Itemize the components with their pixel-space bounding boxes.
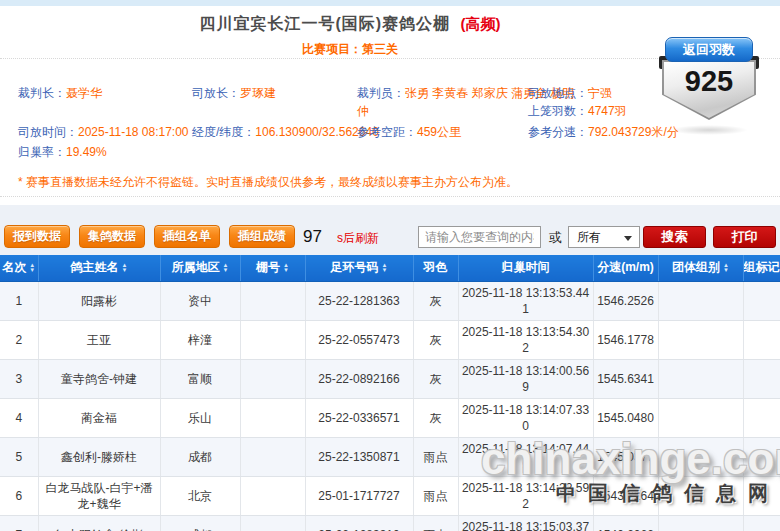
cell-group (658, 476, 743, 515)
column-header-color: 羽色 (413, 255, 458, 281)
cell-ring: 25-22-1283310 (305, 515, 413, 531)
lon-lat-field: 经度/纬度：106.130900/32.562640 (192, 124, 379, 141)
count-shield: 925 (662, 60, 756, 120)
column-header-ring[interactable]: 足环号码▲▼ (305, 255, 413, 281)
table-row: 1阳露彬资中25-22-1281363灰2025-11-18 13:13:53.… (0, 281, 780, 320)
sort-icon: ▲▼ (382, 263, 388, 273)
return-count-button[interactable]: 返回羽数 (665, 37, 753, 62)
cell-name: 蔺金福 (38, 398, 160, 437)
sort-icon: ▲▼ (723, 263, 729, 273)
cell-group (658, 281, 743, 320)
cell-ring: 25-22-0892166 (305, 359, 413, 398)
cell-mark (743, 437, 780, 476)
cell-speed: 1540.2062 (593, 515, 658, 531)
table-row: 4蔺金福乐山25-22-0336571灰2025-11-18 13:14:07.… (0, 398, 780, 437)
column-header-name[interactable]: 鸽主姓名▲▼ (38, 255, 160, 281)
cell-region: 富顺 (160, 359, 240, 398)
release-time-field: 司放时间：2025-11-18 08:17:00 (18, 124, 189, 141)
cell-mark (743, 320, 780, 359)
cell-shed (240, 437, 305, 476)
cell-mark (743, 398, 780, 437)
search-button[interactable]: 搜索 (643, 226, 706, 248)
cell-rank: 5 (0, 437, 38, 476)
cell-shed (240, 320, 305, 359)
race-stage-subtitle: 比赛项目：第三关 (0, 41, 700, 58)
column-header-region[interactable]: 所属地区▲▼ (160, 255, 240, 281)
cell-speed: 1545.0480 (593, 398, 658, 437)
cell-color: 灰 (413, 320, 458, 359)
column-header-mark[interactable]: 组标记▲▼ (743, 255, 780, 281)
toolbar-button-group-results[interactable]: 插组成绩 (229, 225, 295, 248)
cell-color: 雨点 (413, 476, 458, 515)
ref-speed-field: 参考分速：792.043729米/分 (528, 124, 679, 141)
column-header-speed: 分速(m/m) (593, 255, 658, 281)
cell-shed (240, 515, 305, 531)
print-button[interactable]: 打印 (713, 226, 776, 248)
cell-color: 灰 (413, 281, 458, 320)
cell-rank: 3 (0, 359, 38, 398)
return-count-widget: 925 返回羽数 (658, 37, 760, 137)
cell-ring: 25-22-0336571 (305, 398, 413, 437)
caged-count-field: 上笼羽数：4747羽 (528, 103, 627, 120)
cell-region: 乐山 (160, 398, 240, 437)
cell-rank: 4 (0, 398, 38, 437)
toolbar-button-collect-data[interactable]: 集鸽数据 (79, 225, 145, 248)
cell-mark (743, 476, 780, 515)
cell-region: 资中 (160, 281, 240, 320)
results-table: 名次▲▼鸽主姓名▲▼所属地区▲▼棚号▲▼足环号码▲▼羽色归巢时间分速(m/m)团… (0, 255, 780, 531)
cell-color: 灰 (413, 398, 458, 437)
cell-time: 2025-11-18 13:14:22.592 (458, 476, 593, 515)
divider (0, 196, 780, 197)
top-strip (0, 0, 780, 6)
cell-group (658, 320, 743, 359)
cell-region: 北京 (160, 476, 240, 515)
page-title: 四川宜宾长江一号(国际)赛鸽公棚 (199, 15, 450, 32)
cell-group (658, 515, 743, 531)
or-label: 或 (549, 229, 562, 247)
table-row: 2王亚梓潼25-22-0557473灰2025-11-18 13:13:54.3… (0, 320, 780, 359)
cell-name: 白龙马战队-白宇+潘龙+魏华 (38, 476, 160, 515)
cell-name: 红太阳鸽舍-徐彬 (38, 515, 160, 531)
refresh-countdown: 97 (303, 227, 322, 247)
cell-shed (240, 476, 305, 515)
table-row: 7红太阳鸽舍-徐彬成都25-22-1283310雨点2025-11-18 13:… (0, 515, 780, 531)
toolbar-button-report-data[interactable]: 报到数据 (4, 225, 70, 248)
toolbar: 报到数据集鸽数据插组名单插组成绩 97 s后刷新 或 所有 搜索 打印 (0, 225, 780, 251)
cell-speed: 1545.6341 (593, 359, 658, 398)
column-header-shed[interactable]: 棚号▲▼ (240, 255, 305, 281)
toolbar-button-group-list[interactable]: 插组名单 (154, 225, 220, 248)
cell-name: 鑫创利-滕娇柱 (38, 437, 160, 476)
cell-ring: 25-22-1281363 (305, 281, 413, 320)
cell-time: 2025-11-18 13:13:53.441 (458, 281, 593, 320)
distance-field: 参考空距：459公里 (357, 124, 461, 141)
filter-select[interactable]: 所有 (568, 226, 640, 248)
table-row: 3童寺鸽舍-钟建富顺25-22-0892166灰2025-11-18 13:14… (0, 359, 780, 398)
sort-icon: ▲▼ (29, 263, 35, 273)
cell-speed: 1543.7264 (593, 476, 658, 515)
cell-region: 成都 (160, 515, 240, 531)
sort-icon: ▲▼ (283, 263, 289, 273)
cell-name: 阳露彬 (38, 281, 160, 320)
column-header-rank[interactable]: 名次▲▼ (0, 255, 38, 281)
cell-speed: 1545.0377 (593, 437, 658, 476)
column-header-time: 归巢时间 (458, 255, 593, 281)
cell-time: 2025-11-18 13:13:54.302 (458, 320, 593, 359)
cell-group (658, 359, 743, 398)
cell-ring: 25-22-0557473 (305, 320, 413, 359)
cell-ring: 25-01-1717727 (305, 476, 413, 515)
cell-name: 王亚 (38, 320, 160, 359)
cell-rank: 6 (0, 476, 38, 515)
cell-ring: 25-22-1350871 (305, 437, 413, 476)
cell-rank: 2 (0, 320, 38, 359)
cell-region: 梓潼 (160, 320, 240, 359)
search-input[interactable] (418, 226, 541, 248)
returned-count: 925 (664, 65, 754, 98)
cell-group (658, 398, 743, 437)
column-header-group[interactable]: 团体组别▲▼ (658, 255, 743, 281)
disclaimer-text: * 赛事直播数据未经允许不得盗链。实时直播成绩仅供参考，最终成绩以赛事主办方公布… (18, 174, 518, 191)
cell-time: 2025-11-18 13:15:03.372 (458, 515, 593, 531)
badge-shadow (670, 125, 748, 135)
hot-frequency-tag: (高频) (461, 15, 501, 32)
cell-time: 2025-11-18 13:14:00.569 (458, 359, 593, 398)
cell-time: 2025-11-18 13:14:07.449 (458, 437, 593, 476)
